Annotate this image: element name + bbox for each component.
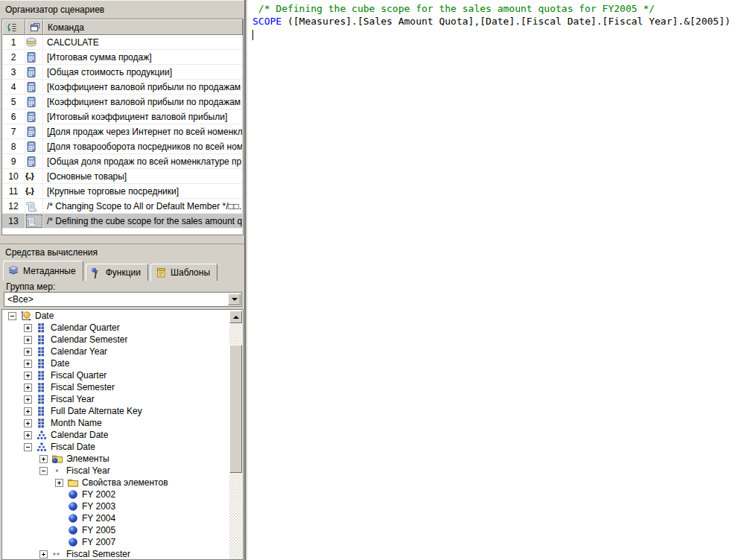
expander[interactable] xyxy=(24,431,32,439)
member-icon xyxy=(67,524,79,536)
measure-group-select[interactable]: <Все> xyxy=(4,292,242,307)
tree-item-date[interactable]: Date xyxy=(2,310,243,322)
row-number: 2 xyxy=(2,50,25,65)
row-icon-cell xyxy=(25,139,43,154)
row-command: [Общая доля продаж по всей номенклатуре … xyxy=(43,154,243,169)
script-row[interactable]: 13 /* Defining the cube scope for the sa… xyxy=(2,214,243,229)
row-number: 13 xyxy=(2,214,25,229)
level1-icon xyxy=(51,465,63,477)
scrollbar-thumb[interactable] xyxy=(229,345,242,473)
metadata-tree: Date Calendar Quarter Calendar Semester … xyxy=(1,309,244,560)
script-organizer-header: Команда xyxy=(2,19,243,35)
row-command: [Общая стоимость продукции] xyxy=(43,65,243,80)
tab-metadata[interactable]: Метаданные xyxy=(3,261,83,281)
expander[interactable] xyxy=(39,467,48,475)
member-icon xyxy=(67,536,79,548)
row-icon-cell: {..} xyxy=(25,184,43,199)
tree-item-fiscal-semester[interactable]: Fiscal Semester xyxy=(2,381,243,393)
tree-scrollbar[interactable] xyxy=(229,311,242,559)
calculator-icon xyxy=(25,111,37,123)
scroll-up-button[interactable] xyxy=(229,311,242,323)
script-row[interactable]: 10 {..} [Основные товары] xyxy=(2,169,243,184)
calculator-icon xyxy=(25,156,37,168)
expander[interactable] xyxy=(8,312,16,320)
tree-item-fy-2004[interactable]: FY 2004 xyxy=(2,512,243,524)
expander[interactable] xyxy=(39,455,48,463)
tree-item-calendar-semester[interactable]: Calendar Semester xyxy=(2,334,243,346)
calculator-icon xyxy=(25,126,37,138)
row-icon-cell xyxy=(25,214,43,229)
text-caret xyxy=(252,30,253,40)
expander[interactable] xyxy=(24,419,32,427)
script-row[interactable]: 7 [Доля продаж через Интернет по всей но… xyxy=(2,124,243,139)
expander[interactable] xyxy=(24,360,32,368)
code-token-plain: ([Measures].[Sales Amount Quota],[Date].… xyxy=(282,16,731,27)
script-organizer-list: Команда 1 CALCULATE 2 [Итоговая сумма пр… xyxy=(1,19,244,235)
expander[interactable] xyxy=(39,550,48,559)
script-row[interactable]: 2 [Итоговая сумма продаж] xyxy=(2,50,243,65)
dropdown-button[interactable] xyxy=(228,293,241,305)
code-line-1: /* Defining the cube scope for the sales… xyxy=(252,2,750,15)
member-icon xyxy=(67,500,79,512)
script-row[interactable]: 1 CALCULATE xyxy=(2,35,243,50)
tree-item-month-name[interactable]: Month Name xyxy=(2,417,243,429)
tree-item-fy-2005[interactable]: FY 2005 xyxy=(2,524,243,536)
script-row[interactable]: 4 [Коэффициент валовой прибыли по продаж… xyxy=(2,80,243,95)
tree-item-calendar-quarter[interactable]: Calendar Quarter xyxy=(2,322,243,334)
calculator-icon xyxy=(25,51,37,63)
member-icon xyxy=(67,489,79,500)
script-row[interactable]: 8 [Доля товарооборота посредников по все… xyxy=(2,139,243,154)
row-command: /* Changing Scope to All or Default Memb… xyxy=(43,199,243,214)
expander[interactable] xyxy=(24,407,32,416)
calculator-icon xyxy=(25,66,37,78)
tab-templates[interactable]: Шаблоны xyxy=(150,264,217,281)
code-editor[interactable]: /* Defining the cube scope for the sales… xyxy=(247,0,750,560)
script-row[interactable]: 9 [Общая доля продаж по всей номенклатур… xyxy=(2,154,243,169)
code-token-comment: /* Defining the cube scope for the sales… xyxy=(252,3,655,14)
script-row[interactable]: 11 {..} [Крупные торговые посредники] xyxy=(2,184,243,199)
expander[interactable] xyxy=(24,443,32,451)
arrow-up-icon xyxy=(233,313,239,319)
tree-item-элементы[interactable]: Элементы xyxy=(2,453,243,465)
row-icon-cell xyxy=(25,35,43,50)
tree-item-fiscal-quarter[interactable]: Fiscal Quarter xyxy=(2,369,243,381)
row-command: [Основные товары] xyxy=(43,169,243,184)
tree-item-calendar-date[interactable]: Calendar Date xyxy=(2,429,243,441)
script-row[interactable]: 12 /* Changing Scope to All or Default M… xyxy=(2,199,243,214)
script-organizer-title: Организатор сценариев xyxy=(0,0,244,18)
tree-item-fy-2003[interactable]: FY 2003 xyxy=(2,500,243,512)
expander[interactable] xyxy=(24,324,32,332)
level2-icon xyxy=(51,548,63,560)
tree-item-fiscal-date[interactable]: Fiscal Date xyxy=(2,441,243,453)
attribute-icon xyxy=(36,369,48,381)
code-token-keyword: SCOPE xyxy=(252,16,282,27)
tree-item-fiscal-year[interactable]: Fiscal Year xyxy=(2,465,243,477)
expander[interactable] xyxy=(24,384,32,392)
tree-item-свойства-элементов[interactable]: Свойства элементов xyxy=(2,477,243,489)
tree-item-fiscal-semester[interactable]: Fiscal Semester xyxy=(2,548,243,560)
script-row[interactable]: 6 [Итоговый коэффициент валовой прибыли] xyxy=(2,109,243,124)
tab-functions[interactable]: f Функции xyxy=(86,264,148,281)
row-number: 1 xyxy=(2,35,25,50)
tree-item-fiscal-year[interactable]: Fiscal Year xyxy=(2,393,243,405)
tree-item-fy-2002[interactable]: FY 2002 xyxy=(2,489,243,500)
script-row[interactable]: 3 [Общая стоимость продукции] xyxy=(2,65,243,80)
expander[interactable] xyxy=(24,372,32,380)
expander[interactable] xyxy=(55,479,63,487)
expander[interactable] xyxy=(24,395,32,404)
column-header-command: Команда xyxy=(43,19,243,35)
expander[interactable] xyxy=(24,348,32,356)
row-icon-cell xyxy=(25,109,43,124)
attribute-icon xyxy=(36,381,48,393)
expander[interactable] xyxy=(24,336,32,344)
tree-item-fy-2007[interactable]: FY 2007 xyxy=(2,536,243,548)
folder-icon xyxy=(67,477,79,489)
script-row[interactable]: 5 [Коэффициент валовой прибыли по продаж… xyxy=(2,95,243,109)
row-icon-cell xyxy=(25,65,43,80)
calculation-tools-tabs: Метаданные f Функции Шаблоны xyxy=(3,261,220,281)
row-command: [Итоговый коэффициент валовой прибыли] xyxy=(43,109,243,124)
tree-item-calendar-year[interactable]: Calendar Year xyxy=(2,346,243,357)
functions-icon: f xyxy=(90,267,102,279)
tree-item-date[interactable]: Date xyxy=(2,357,243,369)
tree-item-full-date-alternate-key[interactable]: Full Date Alternate Key xyxy=(2,405,243,417)
